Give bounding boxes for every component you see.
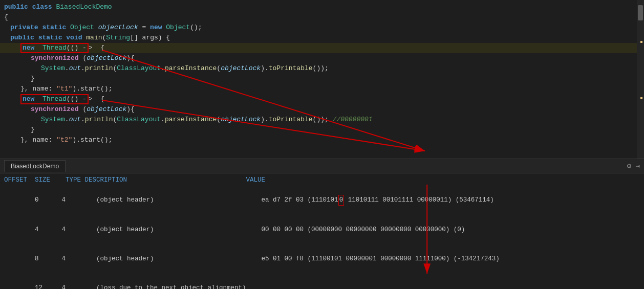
gear-icon[interactable]: ⚙ ⇥ (627, 162, 640, 170)
code-line-13: } (0, 125, 644, 135)
editor-scrollbar[interactable] (637, 0, 644, 159)
console-tab-bar: BiasedLockDemo ⚙ ⇥ (0, 159, 644, 173)
code-line-10: new Thread(() -> { (0, 94, 644, 104)
console-row-3: 12 4 (loss due to the next object alignm… (4, 274, 640, 289)
thread2-box: new Thread(() - (20, 94, 89, 104)
code-line-5: new Thread(() -> { (0, 43, 644, 53)
console-row-0: 0 4 (object header) ea d7 2f 03 (1110101… (4, 185, 640, 215)
console-row-1: 4 4 (object header) 00 00 00 00 (0000000… (4, 215, 640, 244)
yellow-mark-1 (640, 41, 642, 43)
code-line-7: System.out.println(ClassLayout.parseInst… (0, 63, 644, 74)
code-line-3: private static Object objectLock = new O… (0, 23, 644, 33)
highlighted-bits-1: 0 (338, 195, 345, 206)
console-row-2: 8 4 (object header) e5 01 00 f8 (1110010… (4, 244, 640, 274)
yellow-mark-2 (640, 97, 642, 99)
editor-area: public class BiasedLockDemo { private st… (0, 0, 644, 159)
code-line-11: synchronized (objectLock){ (0, 104, 644, 115)
console-area: BiasedLockDemo ⚙ ⇥ OFFSET SIZE TYPE DESC… (0, 159, 644, 289)
code-line-6: synchronized (objectLock){ (0, 53, 644, 63)
code-line-8: } (0, 74, 644, 84)
console-tab[interactable]: BiasedLockDemo (4, 160, 66, 172)
thread1-box: new Thread(() - (20, 43, 89, 53)
code-line-4: public static void main(String[] args) { (0, 33, 644, 43)
code-line-9: }, name: "t1").start(); (0, 84, 644, 94)
console-header-1: OFFSET SIZE TYPE DESCRIPTION VALUE (4, 175, 640, 185)
code-line-14: }, name: "t2").start(); (0, 135, 644, 145)
code-line-1: public class BiasedLockDemo (0, 2, 644, 12)
code-line-12: System.out.println(ClassLayout.parseInst… (0, 115, 644, 125)
console-content: OFFSET SIZE TYPE DESCRIPTION VALUE 0 4 (… (0, 173, 644, 289)
code-line-2: { (0, 12, 644, 23)
scrollbar-thumb[interactable] (638, 5, 643, 20)
